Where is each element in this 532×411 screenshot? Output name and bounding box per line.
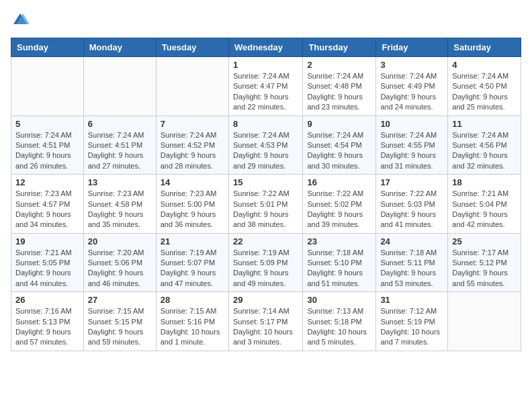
calendar-cell: 4Sunrise: 7:24 AM Sunset: 4:50 PM Daylig… — [448, 57, 521, 116]
day-info: Sunrise: 7:19 AM Sunset: 5:07 PM Dayligh… — [161, 248, 224, 289]
day-info: Sunrise: 7:17 AM Sunset: 5:12 PM Dayligh… — [452, 248, 517, 289]
calendar-cell — [156, 57, 228, 116]
calendar-week-row: 19Sunrise: 7:21 AM Sunset: 5:05 PM Dayli… — [11, 233, 521, 292]
day-info: Sunrise: 7:24 AM Sunset: 4:54 PM Dayligh… — [307, 130, 371, 172]
day-info: Sunrise: 7:24 AM Sunset: 4:52 PM Dayligh… — [161, 130, 224, 172]
day-number: 29 — [233, 295, 298, 305]
day-number: 17 — [380, 177, 443, 187]
day-number: 18 — [452, 177, 517, 187]
day-number: 11 — [452, 119, 517, 129]
weekday-header-sunday: Sunday — [11, 38, 84, 57]
day-number: 24 — [380, 236, 443, 246]
day-info: Sunrise: 7:24 AM Sunset: 4:48 PM Dayligh… — [307, 71, 371, 113]
weekday-header-monday: Monday — [83, 38, 156, 57]
day-number: 5 — [15, 119, 79, 129]
day-info: Sunrise: 7:24 AM Sunset: 4:55 PM Dayligh… — [380, 130, 443, 172]
day-info: Sunrise: 7:24 AM Sunset: 4:51 PM Dayligh… — [88, 130, 152, 172]
calendar-cell: 5Sunrise: 7:24 AM Sunset: 4:51 PM Daylig… — [11, 116, 84, 175]
day-number: 28 — [161, 295, 224, 305]
day-number: 16 — [307, 177, 371, 187]
calendar-cell: 19Sunrise: 7:21 AM Sunset: 5:05 PM Dayli… — [11, 233, 84, 292]
day-info: Sunrise: 7:24 AM Sunset: 4:56 PM Dayligh… — [452, 130, 517, 172]
calendar-cell: 11Sunrise: 7:24 AM Sunset: 4:56 PM Dayli… — [448, 116, 521, 175]
day-info: Sunrise: 7:16 AM Sunset: 5:13 PM Dayligh… — [15, 306, 79, 348]
page-header — [11, 11, 521, 30]
calendar-cell: 10Sunrise: 7:24 AM Sunset: 4:55 PM Dayli… — [376, 116, 448, 175]
day-number: 15 — [233, 177, 298, 187]
day-info: Sunrise: 7:24 AM Sunset: 4:51 PM Dayligh… — [15, 130, 79, 172]
calendar-cell: 18Sunrise: 7:21 AM Sunset: 5:04 PM Dayli… — [448, 175, 521, 234]
calendar-cell: 3Sunrise: 7:24 AM Sunset: 4:49 PM Daylig… — [376, 57, 448, 116]
calendar-week-row: 5Sunrise: 7:24 AM Sunset: 4:51 PM Daylig… — [11, 116, 521, 175]
calendar-cell — [448, 292, 521, 351]
calendar-week-row: 26Sunrise: 7:16 AM Sunset: 5:13 PM Dayli… — [11, 292, 521, 351]
calendar-cell: 17Sunrise: 7:22 AM Sunset: 5:03 PM Dayli… — [376, 175, 448, 234]
day-info: Sunrise: 7:24 AM Sunset: 4:50 PM Dayligh… — [452, 71, 517, 113]
weekday-header-wednesday: Wednesday — [228, 38, 302, 57]
day-number: 31 — [380, 295, 443, 305]
day-number: 26 — [15, 295, 79, 305]
calendar-cell: 8Sunrise: 7:24 AM Sunset: 4:53 PM Daylig… — [228, 116, 302, 175]
weekday-header-saturday: Saturday — [448, 38, 521, 57]
calendar-week-row: 12Sunrise: 7:23 AM Sunset: 4:57 PM Dayli… — [11, 175, 521, 234]
calendar-cell: 22Sunrise: 7:19 AM Sunset: 5:09 PM Dayli… — [228, 233, 302, 292]
day-info: Sunrise: 7:15 AM Sunset: 5:16 PM Dayligh… — [161, 306, 224, 348]
day-info: Sunrise: 7:13 AM Sunset: 5:18 PM Dayligh… — [307, 306, 371, 348]
calendar-cell: 2Sunrise: 7:24 AM Sunset: 4:48 PM Daylig… — [303, 57, 376, 116]
calendar-cell: 23Sunrise: 7:18 AM Sunset: 5:10 PM Dayli… — [303, 233, 376, 292]
day-info: Sunrise: 7:24 AM Sunset: 4:53 PM Dayligh… — [233, 130, 298, 172]
weekday-header-row: SundayMondayTuesdayWednesdayThursdayFrid… — [11, 38, 521, 57]
day-number: 3 — [380, 60, 443, 70]
calendar-cell: 9Sunrise: 7:24 AM Sunset: 4:54 PM Daylig… — [303, 116, 376, 175]
calendar-cell: 1Sunrise: 7:24 AM Sunset: 4:47 PM Daylig… — [228, 57, 302, 116]
day-info: Sunrise: 7:20 AM Sunset: 5:06 PM Dayligh… — [88, 248, 152, 289]
day-number: 30 — [307, 295, 371, 305]
day-info: Sunrise: 7:21 AM Sunset: 5:05 PM Dayligh… — [15, 248, 79, 289]
calendar-cell: 14Sunrise: 7:23 AM Sunset: 5:00 PM Dayli… — [156, 175, 228, 234]
day-number: 8 — [233, 119, 298, 129]
day-number: 27 — [88, 295, 152, 305]
logo — [11, 11, 32, 30]
weekday-header-thursday: Thursday — [303, 38, 376, 57]
day-info: Sunrise: 7:15 AM Sunset: 5:15 PM Dayligh… — [88, 306, 152, 348]
day-number: 2 — [307, 60, 371, 70]
calendar-cell: 12Sunrise: 7:23 AM Sunset: 4:57 PM Dayli… — [11, 175, 84, 234]
day-number: 13 — [88, 177, 152, 187]
calendar-cell: 6Sunrise: 7:24 AM Sunset: 4:51 PM Daylig… — [83, 116, 156, 175]
calendar-cell: 7Sunrise: 7:24 AM Sunset: 4:52 PM Daylig… — [156, 116, 228, 175]
day-number: 14 — [161, 177, 224, 187]
day-number: 19 — [15, 236, 79, 246]
day-info: Sunrise: 7:21 AM Sunset: 5:04 PM Dayligh… — [452, 189, 517, 230]
day-number: 10 — [380, 119, 443, 129]
calendar-cell: 20Sunrise: 7:20 AM Sunset: 5:06 PM Dayli… — [83, 233, 156, 292]
day-info: Sunrise: 7:14 AM Sunset: 5:17 PM Dayligh… — [233, 306, 298, 348]
calendar-cell: 28Sunrise: 7:15 AM Sunset: 5:16 PM Dayli… — [156, 292, 228, 351]
calendar-cell: 25Sunrise: 7:17 AM Sunset: 5:12 PM Dayli… — [448, 233, 521, 292]
day-info: Sunrise: 7:12 AM Sunset: 5:19 PM Dayligh… — [380, 306, 443, 348]
weekday-header-friday: Friday — [376, 38, 448, 57]
calendar-cell: 29Sunrise: 7:14 AM Sunset: 5:17 PM Dayli… — [228, 292, 302, 351]
calendar-cell: 30Sunrise: 7:13 AM Sunset: 5:18 PM Dayli… — [303, 292, 376, 351]
day-info: Sunrise: 7:24 AM Sunset: 4:49 PM Dayligh… — [380, 71, 443, 113]
day-info: Sunrise: 7:22 AM Sunset: 5:03 PM Dayligh… — [380, 189, 443, 230]
day-number: 23 — [307, 236, 371, 246]
day-info: Sunrise: 7:18 AM Sunset: 5:10 PM Dayligh… — [307, 248, 371, 289]
calendar-cell: 16Sunrise: 7:22 AM Sunset: 5:02 PM Dayli… — [303, 175, 376, 234]
day-number: 25 — [452, 236, 517, 246]
day-number: 12 — [15, 177, 79, 187]
calendar-cell: 27Sunrise: 7:15 AM Sunset: 5:15 PM Dayli… — [83, 292, 156, 351]
day-number: 9 — [307, 119, 371, 129]
day-number: 21 — [161, 236, 224, 246]
calendar-cell — [83, 57, 156, 116]
calendar-cell: 24Sunrise: 7:18 AM Sunset: 5:11 PM Dayli… — [376, 233, 448, 292]
day-info: Sunrise: 7:18 AM Sunset: 5:11 PM Dayligh… — [380, 248, 443, 289]
day-info: Sunrise: 7:19 AM Sunset: 5:09 PM Dayligh… — [233, 248, 298, 289]
day-number: 1 — [233, 60, 298, 70]
day-info: Sunrise: 7:22 AM Sunset: 5:01 PM Dayligh… — [233, 189, 298, 230]
day-info: Sunrise: 7:22 AM Sunset: 5:02 PM Dayligh… — [307, 189, 371, 230]
calendar-cell: 13Sunrise: 7:23 AM Sunset: 4:58 PM Dayli… — [83, 175, 156, 234]
calendar-week-row: 1Sunrise: 7:24 AM Sunset: 4:47 PM Daylig… — [11, 57, 521, 116]
day-info: Sunrise: 7:23 AM Sunset: 4:58 PM Dayligh… — [88, 189, 152, 230]
day-number: 22 — [233, 236, 298, 246]
day-number: 4 — [452, 60, 517, 70]
